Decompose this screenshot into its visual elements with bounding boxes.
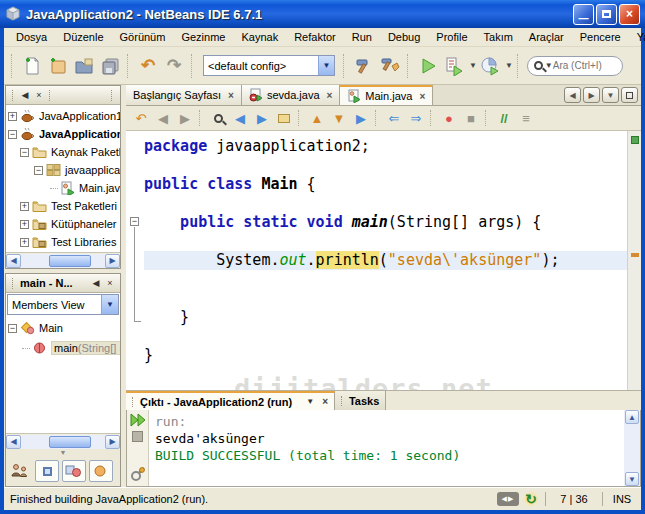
toggle-highlight-search-button[interactable] [273, 108, 295, 128]
tree-row[interactable]: + Kütüphaneler [6, 215, 120, 233]
menu-gorunum[interactable]: Görünüm [112, 28, 174, 46]
expand-icon[interactable]: + [8, 112, 17, 121]
expand-icon[interactable]: + [20, 238, 29, 247]
close-button[interactable]: × [619, 4, 640, 25]
shift-line-left-button[interactable]: ⇐ [383, 108, 405, 128]
last-edit-location-button[interactable]: ↶ [130, 108, 152, 128]
profile-project-button[interactable] [477, 53, 503, 79]
scroll-tabs-left-icon[interactable]: ◀ [564, 87, 581, 103]
tree-row[interactable]: main(String[] args) [6, 338, 120, 358]
redo-button[interactable]: ↷ [161, 53, 187, 79]
dock-panel-icon[interactable]: ◀ [89, 276, 103, 290]
save-all-button[interactable] [97, 53, 123, 79]
shift-line-right-button[interactable]: ⇒ [405, 108, 427, 128]
comment-button[interactable]: // [493, 108, 515, 128]
stop-macro-recording-button[interactable]: ● [438, 108, 460, 128]
tab-list-dropdown-icon[interactable]: ▼ [602, 87, 619, 103]
collapse-icon[interactable]: − [8, 130, 17, 139]
scroll-thumb[interactable] [49, 255, 91, 267]
tab-tasks[interactable]: Tasks [335, 391, 386, 410]
search-dropdown-icon[interactable]: ▼ [545, 61, 553, 70]
code-editor[interactable]: − package javaapplication2; public class… [126, 131, 641, 390]
output-vertical-scrollbar[interactable]: ▲ ▼ [624, 410, 640, 486]
tree-row[interactable]: − JavaApplication2 [6, 125, 120, 143]
members-view-dropdown-icon[interactable]: ▼ [101, 295, 118, 314]
menu-kaynak[interactable]: Kaynak [233, 28, 286, 46]
new-project-button[interactable] [45, 53, 71, 79]
uncomment-button[interactable]: ≡ [515, 108, 537, 128]
minimize-window-icon[interactable]: ▼ [306, 397, 314, 406]
tab-sevda-java[interactable]: sevda.java × [242, 85, 340, 105]
menu-araclar[interactable]: Araçlar [521, 28, 572, 46]
open-project-button[interactable] [71, 53, 97, 79]
find-next-button[interactable]: ▶ [251, 108, 273, 128]
expand-icon[interactable]: + [20, 220, 29, 229]
tree-row[interactable]: Main.java [6, 179, 120, 197]
fields-filter-button[interactable] [35, 460, 59, 482]
new-file-button[interactable] [19, 53, 45, 79]
collapse-icon[interactable]: − [34, 166, 43, 175]
fold-collapse-icon[interactable]: − [130, 217, 139, 226]
close-panel-icon[interactable]: × [32, 88, 46, 102]
find-selection-button[interactable] [207, 108, 229, 128]
menu-takim[interactable]: Takım [476, 28, 521, 46]
tab-baslangic-sayfasi[interactable]: Başlangıç Sayfası × [126, 85, 242, 105]
tree-row[interactable]: + JavaApplication1 [6, 107, 120, 125]
close-panel-icon[interactable]: × [103, 276, 117, 290]
debug-project-button[interactable] [441, 53, 467, 79]
debug-dropdown-icon[interactable]: ▼ [469, 61, 477, 70]
menu-pencere[interactable]: Pencere [572, 28, 629, 46]
tab-close-icon[interactable]: × [327, 90, 333, 101]
tab-close-icon[interactable]: × [228, 90, 234, 101]
tree-row[interactable]: − Main [6, 318, 120, 338]
forward-button[interactable]: ▶ [174, 108, 196, 128]
collapse-icon[interactable]: − [20, 148, 29, 157]
scroll-right-icon[interactable]: ▶ [105, 254, 120, 268]
scroll-up-icon[interactable]: ▲ [625, 410, 639, 424]
menu-gezinme[interactable]: Gezinme [173, 28, 233, 46]
menu-run[interactable]: Run [344, 28, 380, 46]
search-input[interactable] [553, 60, 611, 71]
minimize-button[interactable]: — [573, 4, 594, 25]
scroll-left-icon[interactable]: ◀ [6, 254, 21, 268]
scroll-left-icon[interactable]: ◀ [6, 435, 21, 449]
ant-settings-icon[interactable] [130, 466, 146, 482]
scroll-tabs-right-icon[interactable]: ▶ [583, 87, 600, 103]
next-bookmark-button[interactable]: ▼ [328, 108, 350, 128]
config-dropdown-icon[interactable]: ▼ [318, 56, 334, 75]
stop-icon[interactable] [132, 431, 143, 442]
tree-row[interactable]: − javaapplication2 [6, 161, 120, 179]
previous-bookmark-button[interactable]: ▲ [306, 108, 328, 128]
start-macro-recording-button[interactable]: ■ [460, 108, 482, 128]
scroll-down-icon[interactable]: ▼ [625, 472, 639, 486]
menu-debug[interactable]: Debug [380, 28, 428, 46]
build-project-button[interactable] [351, 53, 377, 79]
run-project-button[interactable] [415, 53, 441, 79]
back-button[interactable]: ◀ [152, 108, 174, 128]
menu-yardim[interactable]: Yardım [629, 28, 645, 46]
maximize-editor-icon[interactable] [621, 87, 638, 103]
members-view-select[interactable]: Members View ▼ [7, 294, 119, 315]
tree-row[interactable]: − Kaynak Paketleri [6, 143, 120, 161]
splitter-collapse-icon[interactable]: ▼ [6, 449, 120, 456]
inherited-members-filter-button[interactable] [8, 460, 32, 482]
menu-duzenle[interactable]: Düzenle [55, 28, 111, 46]
non-public-members-filter-button[interactable] [89, 460, 113, 482]
projects-horizontal-scrollbar[interactable]: ◀ ▶ [6, 252, 120, 268]
code-area[interactable]: package javaapplication2; public class M… [144, 131, 627, 390]
tab-close-icon[interactable]: × [419, 91, 425, 102]
error-stripe[interactable] [627, 131, 641, 390]
caret-history-icon[interactable]: ◀▶ [497, 492, 519, 506]
update-notification-icon[interactable]: ↻ [523, 491, 539, 507]
menu-profile[interactable]: Profile [428, 28, 475, 46]
tree-row[interactable]: + Test Libraries [6, 233, 120, 251]
output-text[interactable]: run: sevda'aksünger BUILD SUCCESSFUL (to… [149, 410, 624, 486]
expand-icon[interactable]: + [20, 202, 29, 211]
undo-button[interactable]: ↶ [135, 53, 161, 79]
rerun-icon[interactable] [130, 413, 146, 427]
quick-search-box[interactable]: ▼ [527, 56, 623, 76]
maximize-button[interactable] [596, 4, 617, 25]
tab-output-run[interactable]: Çıktı - JavaApplication2 (run) ▼ × [126, 391, 335, 410]
toggle-bookmark-button[interactable]: ▶ [350, 108, 372, 128]
menu-refaktor[interactable]: Refaktor [286, 28, 344, 46]
